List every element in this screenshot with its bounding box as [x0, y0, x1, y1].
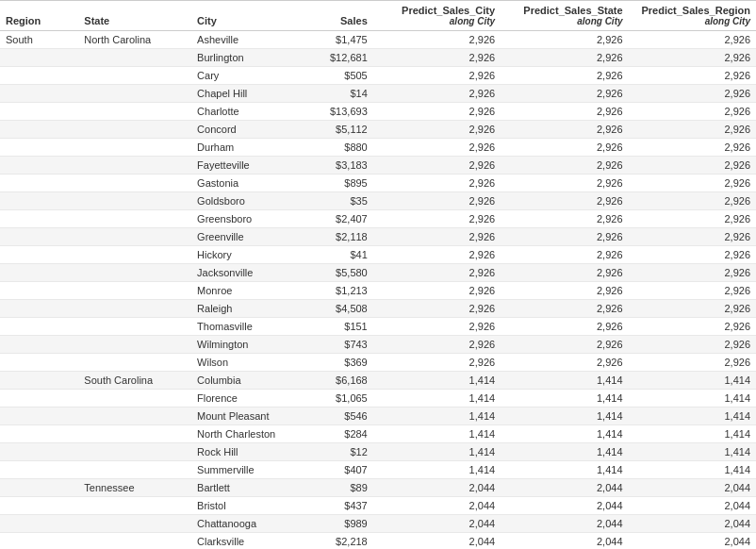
table-cell: $12 — [300, 443, 373, 461]
table-cell: Goldsboro — [191, 192, 300, 210]
table-row: Gastonia$8952,9262,9262,926 — [0, 175, 756, 192]
table-cell: 2,044 — [629, 533, 756, 550]
col-header-pred1: Predict_Sales_Cityalong City — [373, 1, 501, 31]
table-row: Concord$5,1122,9262,9262,926 — [0, 121, 756, 139]
table-cell: $4,508 — [300, 300, 373, 318]
table-cell: 2,926 — [373, 210, 501, 228]
table-row: North Charleston$2841,4141,4141,414 — [0, 425, 756, 443]
table-cell — [78, 515, 191, 533]
table-cell — [78, 425, 191, 443]
table-cell: 2,044 — [373, 497, 501, 515]
table-cell: Columbia — [191, 372, 300, 390]
table-cell: 1,414 — [501, 390, 628, 408]
table-row: Charlotte$13,6932,9262,9262,926 — [0, 103, 756, 121]
main-table-container: Region State City Sales Predict_Sales_Ci… — [0, 0, 756, 549]
table-cell — [78, 67, 191, 85]
table-cell: 2,926 — [373, 67, 501, 85]
table-cell: Mount Pleasant — [191, 408, 300, 425]
table-cell: 1,414 — [501, 408, 628, 425]
table-cell: 2,044 — [629, 479, 756, 497]
table-cell: 2,044 — [501, 515, 628, 533]
table-cell — [78, 264, 191, 282]
table-cell: $505 — [300, 67, 373, 85]
table-cell: South — [0, 31, 78, 49]
table-cell: 2,926 — [629, 336, 756, 354]
table-cell: $1,065 — [300, 390, 373, 408]
table-cell: 2,926 — [501, 210, 628, 228]
table-cell: $284 — [300, 425, 373, 443]
table-cell: 2,926 — [629, 67, 756, 85]
table-cell — [78, 282, 191, 300]
table-cell: $1,213 — [300, 282, 373, 300]
table-cell — [78, 175, 191, 192]
table-cell — [0, 228, 78, 246]
table-header-row: Region State City Sales Predict_Sales_Ci… — [0, 1, 756, 31]
table-cell: Raleigh — [191, 300, 300, 318]
table-cell: 1,414 — [501, 461, 628, 479]
table-cell: 2,926 — [501, 354, 628, 372]
table-cell: 1,414 — [629, 443, 756, 461]
table-row: Burlington$12,6812,9262,9262,926 — [0, 49, 756, 67]
table-cell: Thomasville — [191, 318, 300, 336]
table-cell — [0, 408, 78, 425]
table-cell: 2,044 — [629, 515, 756, 533]
col-header-city: City — [191, 1, 300, 31]
table-cell: $3,183 — [300, 157, 373, 175]
table-cell: $5,580 — [300, 264, 373, 282]
table-cell — [0, 354, 78, 372]
table-cell: 2,926 — [373, 31, 501, 49]
table-cell — [78, 336, 191, 354]
table-cell: $12,681 — [300, 49, 373, 67]
table-cell — [78, 103, 191, 121]
table-row: Greenville$2,1182,9262,9262,926 — [0, 228, 756, 246]
table-cell: Durham — [191, 139, 300, 157]
table-cell: 2,926 — [501, 336, 628, 354]
table-cell — [0, 479, 78, 497]
table-cell: $546 — [300, 408, 373, 425]
table-cell: 1,414 — [629, 408, 756, 425]
table-cell — [0, 372, 78, 390]
table-cell: 2,926 — [373, 246, 501, 264]
table-cell — [78, 139, 191, 157]
col-header-pred3: Predict_Sales_Regionalong City — [629, 1, 756, 31]
table-cell: $151 — [300, 318, 373, 336]
table-row: SouthNorth CarolinaAsheville$1,4752,9262… — [0, 31, 756, 49]
table-cell: 2,926 — [501, 103, 628, 121]
table-cell: 2,044 — [629, 497, 756, 515]
table-cell: 2,926 — [373, 336, 501, 354]
table-row: Wilmington$7432,9262,9262,926 — [0, 336, 756, 354]
table-cell: Tennessee — [78, 479, 191, 497]
table-cell: 2,926 — [629, 139, 756, 157]
table-cell: 2,926 — [629, 31, 756, 49]
table-cell: Burlington — [191, 49, 300, 67]
table-cell: $2,118 — [300, 228, 373, 246]
table-cell — [0, 67, 78, 85]
table-row: Chapel Hill$142,9262,9262,926 — [0, 85, 756, 103]
table-row: Raleigh$4,5082,9262,9262,926 — [0, 300, 756, 318]
table-cell: 2,926 — [373, 354, 501, 372]
table-cell — [78, 390, 191, 408]
table-cell: 1,414 — [373, 372, 501, 390]
table-cell: $2,218 — [300, 533, 373, 550]
table-cell: Chapel Hill — [191, 85, 300, 103]
table-cell: 1,414 — [373, 443, 501, 461]
table-cell: 2,926 — [373, 282, 501, 300]
table-cell: 2,926 — [373, 49, 501, 67]
table-cell: 2,926 — [629, 175, 756, 192]
table-cell: 2,926 — [501, 67, 628, 85]
table-row: Monroe$1,2132,9262,9262,926 — [0, 282, 756, 300]
table-cell: 2,926 — [373, 318, 501, 336]
table-cell — [78, 121, 191, 139]
table-row: Florence$1,0651,4141,4141,414 — [0, 390, 756, 408]
table-cell: 1,414 — [629, 390, 756, 408]
table-row: Rock Hill$121,4141,4141,414 — [0, 443, 756, 461]
table-cell: 2,926 — [373, 157, 501, 175]
table-cell: $369 — [300, 354, 373, 372]
table-cell: Hickory — [191, 246, 300, 264]
table-cell: 2,926 — [629, 121, 756, 139]
table-cell — [78, 497, 191, 515]
table-cell: 2,926 — [373, 175, 501, 192]
table-cell: 2,926 — [501, 264, 628, 282]
table-cell — [78, 246, 191, 264]
table-cell — [0, 49, 78, 67]
